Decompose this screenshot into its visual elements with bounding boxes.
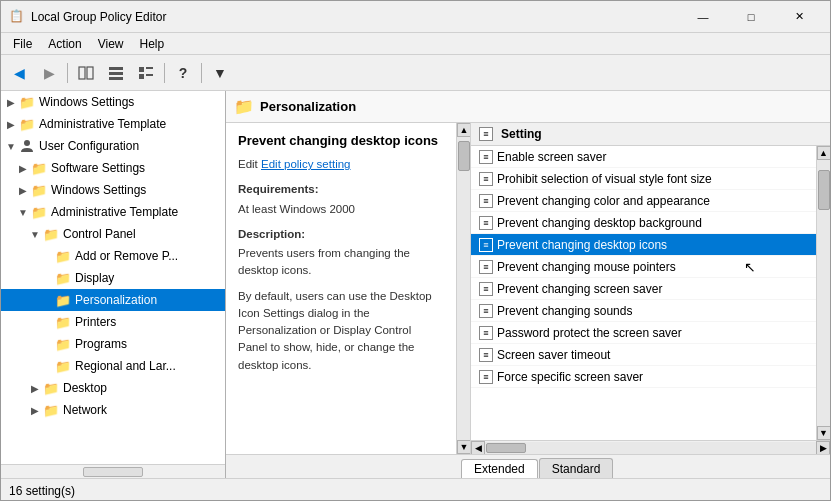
svg-rect-4 <box>109 77 123 80</box>
settings-list-container: ≡ Enable screen saver ≡ Prohibit selecti… <box>471 146 830 440</box>
toolbar: ◀ ▶ ? ▼ <box>1 55 830 91</box>
tree-item-regional[interactable]: 📁 Regional and Lar... <box>1 355 225 377</box>
menu-file[interactable]: File <box>5 35 40 53</box>
forward-button[interactable]: ▶ <box>35 60 63 86</box>
settings-scroll-up-btn[interactable]: ▲ <box>817 146 831 160</box>
tree-item-desktop[interactable]: ▶ 📁 Desktop <box>1 377 225 399</box>
view-button-2[interactable] <box>132 60 160 86</box>
tree-label-reg: Regional and Lar... <box>75 359 176 373</box>
tree-item-personalization[interactable]: 📁 Personalization <box>1 289 225 311</box>
desc-scroll-down-btn[interactable]: ▼ <box>457 440 471 454</box>
settings-header: ≡ Setting <box>471 123 830 146</box>
tree-panel[interactable]: ▶ 📁 Windows Settings ▶ 📁 Administrative … <box>1 91 226 478</box>
tree-scrollbar-thumb[interactable] <box>83 467 143 477</box>
tree-label-prg: Programs <box>75 337 127 351</box>
tab-extended[interactable]: Extended <box>461 459 538 478</box>
settings-row-8[interactable]: ≡ Prevent changing sounds <box>471 300 816 322</box>
desc-description: Description: Prevents users from changin… <box>238 226 442 280</box>
tree-item-windows-settings-1[interactable]: ▶ 📁 Windows Settings <box>1 91 225 113</box>
help-button[interactable]: ? <box>169 60 197 86</box>
extended-desc-text: By default, users can use the Desktop Ic… <box>238 288 442 374</box>
expand-icon-ar <box>41 250 53 262</box>
settings-row-6[interactable]: ≡ Prevent changing mouse pointers ↖ <box>471 256 816 278</box>
desc-panel: ▲ ▼ Prevent changing desktop icons Edit … <box>226 123 471 454</box>
settings-hscroll-right[interactable]: ▶ <box>816 441 830 455</box>
svg-rect-7 <box>139 74 144 79</box>
svg-point-9 <box>24 140 30 146</box>
user-config-icon <box>19 139 35 153</box>
svg-rect-2 <box>109 67 123 70</box>
tree-label-at2: Administrative Template <box>51 205 178 219</box>
menu-help[interactable]: Help <box>132 35 173 53</box>
status-bar: 16 setting(s) <box>1 478 830 501</box>
tree-item-software-settings[interactable]: ▶ 📁 Software Settings <box>1 157 225 179</box>
panel-title: Personalization <box>260 99 356 114</box>
folder-icon-at2: 📁 <box>31 205 47 219</box>
view-button-1[interactable] <box>102 60 130 86</box>
settings-scroll-down-btn[interactable]: ▼ <box>817 426 831 440</box>
settings-row-5[interactable]: ≡ Prevent changing desktop icons <box>471 234 816 256</box>
setting-col-sort-icon: ≡ <box>479 127 493 141</box>
settings-label-5: Prevent changing desktop icons <box>497 238 667 252</box>
requirements-value: At least Windows 2000 <box>238 201 442 218</box>
settings-row-7[interactable]: ≡ Prevent changing screen saver <box>471 278 816 300</box>
settings-row-3[interactable]: ≡ Prevent changing color and appearance <box>471 190 816 212</box>
maximize-button[interactable]: □ <box>728 3 774 31</box>
tree-item-display[interactable]: 📁 Display <box>1 267 225 289</box>
menu-action[interactable]: Action <box>40 35 89 53</box>
main-layout: ▶ 📁 Windows Settings ▶ 📁 Administrative … <box>1 91 830 478</box>
tree-icon <box>78 66 94 80</box>
show-hide-button[interactable] <box>72 60 100 86</box>
desc-scroll-up-btn[interactable]: ▲ <box>457 123 471 137</box>
tab-standard[interactable]: Standard <box>539 458 614 478</box>
tree-item-user-config[interactable]: ▼ User Configuration <box>1 135 225 157</box>
desc-content: Prevent changing desktop icons Edit Edit… <box>238 133 458 374</box>
settings-row-1[interactable]: ≡ Enable screen saver <box>471 146 816 168</box>
settings-hscroll-thumb[interactable] <box>486 443 526 453</box>
settings-hscroll-left[interactable]: ◀ <box>471 441 485 455</box>
tree-item-programs[interactable]: 📁 Programs <box>1 333 225 355</box>
settings-row-11[interactable]: ≡ Force specific screen saver <box>471 366 816 388</box>
tree-item-admin-template-1[interactable]: ▶ 📁 Administrative Template <box>1 113 225 135</box>
mouse-cursor-indicator: ↖ <box>744 259 756 275</box>
setting-icon-1: ≡ <box>479 150 493 164</box>
setting-icon-3: ≡ <box>479 194 493 208</box>
folder-icon-dsk: 📁 <box>43 381 59 395</box>
settings-list[interactable]: ≡ Enable screen saver ≡ Prohibit selecti… <box>471 146 816 440</box>
desc-scroll-thumb[interactable] <box>458 141 470 171</box>
folder-icon-per: 📁 <box>55 293 71 307</box>
settings-row-9[interactable]: ≡ Password protect the screen saver <box>471 322 816 344</box>
expand-icon-dsk: ▶ <box>29 382 41 394</box>
expand-icon-uc: ▼ <box>5 140 17 152</box>
close-button[interactable]: ✕ <box>776 3 822 31</box>
tree-label-ss: Software Settings <box>51 161 145 175</box>
tree-item-windows-settings-2[interactable]: ▶ 📁 Windows Settings <box>1 179 225 201</box>
window-controls: — □ ✕ <box>680 3 822 31</box>
settings-row-10[interactable]: ≡ Screen saver timeout <box>471 344 816 366</box>
tree-item-printers[interactable]: 📁 Printers <box>1 311 225 333</box>
folder-icon-cp: 📁 <box>43 227 59 241</box>
tree-item-control-panel[interactable]: ▼ 📁 Control Panel <box>1 223 225 245</box>
settings-scroll-thumb[interactable] <box>818 170 830 210</box>
folder-icon-dp: 📁 <box>55 271 71 285</box>
edit-policy-link[interactable]: Edit policy setting <box>261 158 351 170</box>
setting-icon-8: ≡ <box>479 304 493 318</box>
tree-item-admin-template-2[interactable]: ▼ 📁 Administrative Template <box>1 201 225 223</box>
minimize-button[interactable]: — <box>680 3 726 31</box>
folder-icon-ws1: 📁 <box>19 95 35 109</box>
setting-icon-6: ≡ <box>479 260 493 274</box>
tree-item-add-remove[interactable]: 📁 Add or Remove P... <box>1 245 225 267</box>
back-button[interactable]: ◀ <box>5 60 33 86</box>
filter-button[interactable]: ▼ <box>206 60 234 86</box>
tree-label-net: Network <box>63 403 107 417</box>
menu-view[interactable]: View <box>90 35 132 53</box>
settings-row-4[interactable]: ≡ Prevent changing desktop background <box>471 212 816 234</box>
svg-rect-8 <box>146 74 153 76</box>
tree-label-uc: User Configuration <box>39 139 139 153</box>
settings-label-7: Prevent changing screen saver <box>497 282 662 296</box>
content-area: ▲ ▼ Prevent changing desktop icons Edit … <box>226 123 830 454</box>
tree-label-cp: Control Panel <box>63 227 136 241</box>
settings-row-2[interactable]: ≡ Prohibit selection of visual style fon… <box>471 168 816 190</box>
list-icon <box>108 66 124 80</box>
tree-item-network[interactable]: ▶ 📁 Network <box>1 399 225 421</box>
